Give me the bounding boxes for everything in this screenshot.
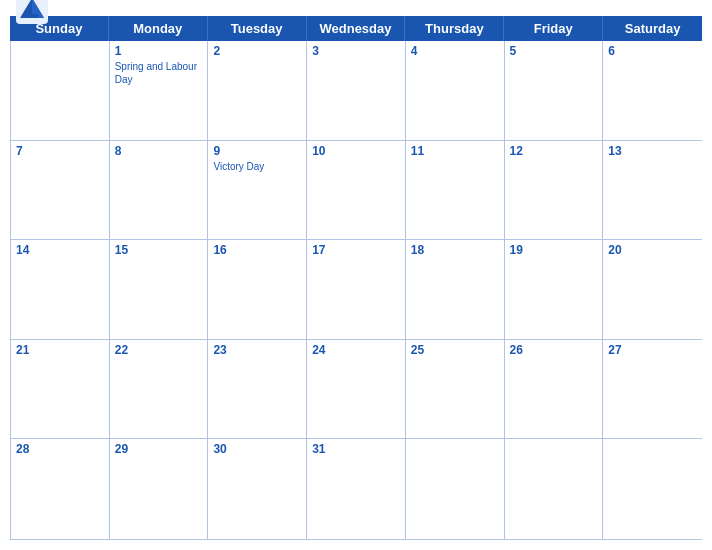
- calendar-cell: 13: [603, 141, 702, 241]
- day-number: 17: [312, 243, 400, 257]
- calendar-cell: 9Victory Day: [208, 141, 307, 241]
- day-number: 23: [213, 343, 301, 357]
- weekday-header-saturday: Saturday: [603, 16, 702, 41]
- day-number: 5: [510, 44, 598, 58]
- day-number: 14: [16, 243, 104, 257]
- calendar-week-1: 1Spring and Labour Day23456: [11, 41, 702, 141]
- weekday-header-tuesday: Tuesday: [208, 16, 307, 41]
- calendar-cell: 8: [110, 141, 209, 241]
- calendar-cell: [505, 439, 604, 539]
- holiday-label: Victory Day: [213, 160, 301, 173]
- calendar-cell: 11: [406, 141, 505, 241]
- calendar-cell: 27: [603, 340, 702, 440]
- calendar-cell: 2: [208, 41, 307, 141]
- page-header: [0, 0, 712, 16]
- day-number: 4: [411, 44, 499, 58]
- calendar-cell: 23: [208, 340, 307, 440]
- day-number: 19: [510, 243, 598, 257]
- calendar-cell: 3: [307, 41, 406, 141]
- day-number: 7: [16, 144, 104, 158]
- calendar-week-3: 14151617181920: [11, 240, 702, 340]
- calendar: SundayMondayTuesdayWednesdayThursdayFrid…: [10, 16, 702, 540]
- calendar-body: 1Spring and Labour Day23456789Victory Da…: [10, 41, 702, 540]
- calendar-cell: 4: [406, 41, 505, 141]
- calendar-week-5: 28293031: [11, 439, 702, 539]
- day-number: 25: [411, 343, 499, 357]
- day-number: 16: [213, 243, 301, 257]
- day-number: 27: [608, 343, 697, 357]
- logo-icon: [16, 0, 48, 24]
- day-number: 13: [608, 144, 697, 158]
- day-number: 15: [115, 243, 203, 257]
- calendar-cell: 26: [505, 340, 604, 440]
- day-number: 28: [16, 442, 104, 456]
- day-number: 29: [115, 442, 203, 456]
- calendar-cell: 17: [307, 240, 406, 340]
- logo: [16, 0, 52, 24]
- calendar-cell: [406, 439, 505, 539]
- svg-rect-3: [26, 14, 38, 18]
- calendar-cell: 28: [11, 439, 110, 539]
- day-number: 9: [213, 144, 301, 158]
- day-number: 22: [115, 343, 203, 357]
- day-number: 1: [115, 44, 203, 58]
- calendar-cell: 25: [406, 340, 505, 440]
- calendar-week-4: 21222324252627: [11, 340, 702, 440]
- calendar-cell: 22: [110, 340, 209, 440]
- calendar-cell: 10: [307, 141, 406, 241]
- day-number: 10: [312, 144, 400, 158]
- calendar-cell: 6: [603, 41, 702, 141]
- calendar-cell: 7: [11, 141, 110, 241]
- weekday-header-thursday: Thursday: [405, 16, 504, 41]
- calendar-header: SundayMondayTuesdayWednesdayThursdayFrid…: [10, 16, 702, 41]
- calendar-cell: 1Spring and Labour Day: [110, 41, 209, 141]
- day-number: 24: [312, 343, 400, 357]
- day-number: 11: [411, 144, 499, 158]
- day-number: 3: [312, 44, 400, 58]
- calendar-week-2: 789Victory Day10111213: [11, 141, 702, 241]
- calendar-cell: 15: [110, 240, 209, 340]
- calendar-cell: 31: [307, 439, 406, 539]
- calendar-cell: 20: [603, 240, 702, 340]
- calendar-cell: 18: [406, 240, 505, 340]
- calendar-cell: 12: [505, 141, 604, 241]
- calendar-cell: [603, 439, 702, 539]
- calendar-cell: 29: [110, 439, 209, 539]
- calendar-cell: 24: [307, 340, 406, 440]
- day-number: 18: [411, 243, 499, 257]
- day-number: 20: [608, 243, 697, 257]
- calendar-cell: 14: [11, 240, 110, 340]
- calendar-cell: 30: [208, 439, 307, 539]
- day-number: 6: [608, 44, 697, 58]
- day-number: 31: [312, 442, 400, 456]
- calendar-cell: 19: [505, 240, 604, 340]
- weekday-header-friday: Friday: [504, 16, 603, 41]
- weekday-header-wednesday: Wednesday: [307, 16, 406, 41]
- calendar-cell: 16: [208, 240, 307, 340]
- calendar-cell: 21: [11, 340, 110, 440]
- holiday-label: Spring and Labour Day: [115, 60, 203, 86]
- weekday-header-monday: Monday: [109, 16, 208, 41]
- day-number: 2: [213, 44, 301, 58]
- day-number: 12: [510, 144, 598, 158]
- day-number: 8: [115, 144, 203, 158]
- day-number: 30: [213, 442, 301, 456]
- calendar-cell: [11, 41, 110, 141]
- day-number: 21: [16, 343, 104, 357]
- day-number: 26: [510, 343, 598, 357]
- calendar-cell: 5: [505, 41, 604, 141]
